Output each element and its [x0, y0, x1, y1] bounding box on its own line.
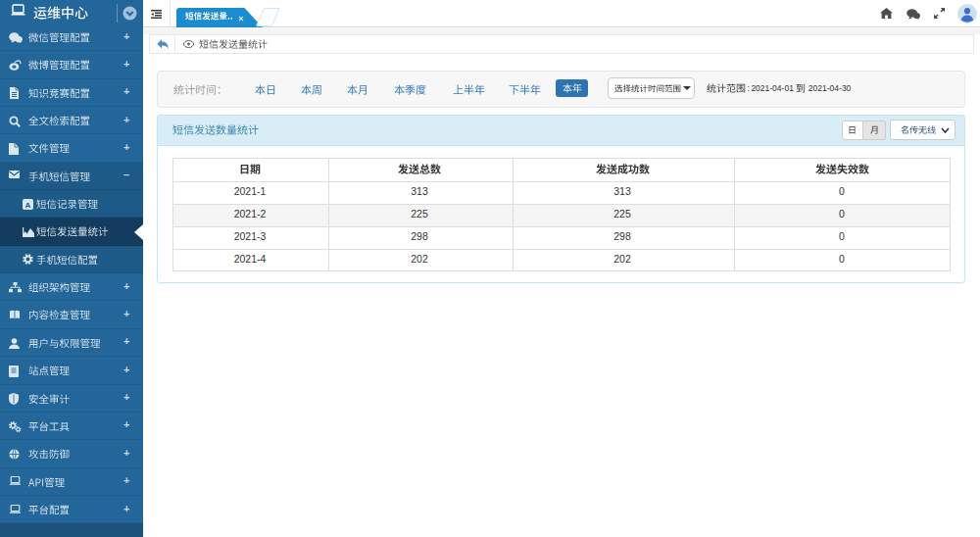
svg-text:A: A [25, 200, 31, 209]
